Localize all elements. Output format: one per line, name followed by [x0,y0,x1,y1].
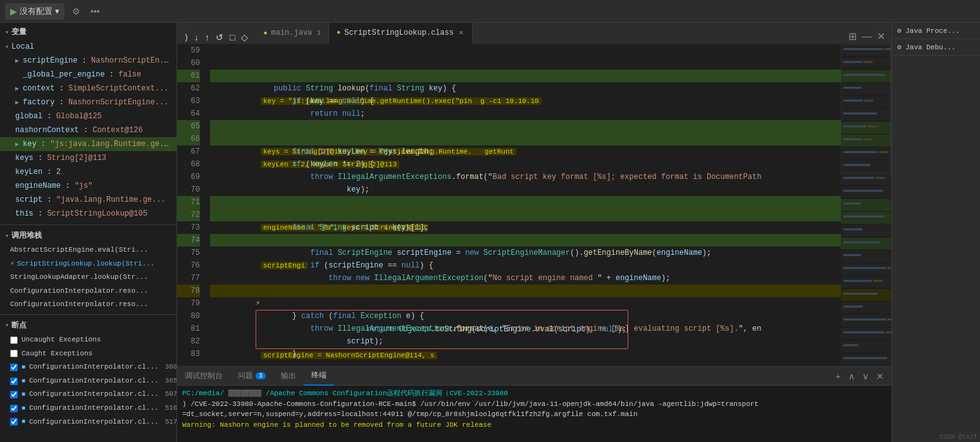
tab-main-num: 1 [317,30,321,37]
code-line-65: final String[] keys = key.split(SPLIT_ST… [210,120,841,133]
code-line-83 [210,348,841,360]
tab-main[interactable]: ● main.java 1 [256,23,329,44]
bp-config-507-checkbox[interactable] [10,391,18,398]
line-numbers: 59 60 61 62 63 64 65 66 67 68 69 70 71 7… [177,44,205,366]
local-group[interactable]: ▾ Local [0,40,177,54]
bottom-tabs: 调试控制台 问题 3 输出 终端 + ∧ ∨ ✕ [177,367,891,386]
callstack-label: 调用堆栈 [11,230,42,241]
bottom-right-icons: + ∧ ∨ ✕ [833,370,891,383]
callstack-header[interactable]: ▾ 调用堆栈 [0,228,177,243]
callstack-item-2[interactable]: StringLookupAdapter.lookup(Str... [0,271,177,285]
java-process-label: ⚙ Java Proce... [897,27,960,35]
bp-caught-checkbox[interactable] [10,350,18,357]
terminal-close-btn[interactable]: ✕ [874,370,886,383]
collapse-btn[interactable]: — [860,30,873,44]
terminal-down-btn[interactable]: ∨ [860,370,871,383]
code-line-80: throw IllegalArgumentExceptions.format(e… [210,310,841,322]
more-icon[interactable]: ••• [88,5,102,18]
variables-header[interactable]: ▾ 变量 [0,24,177,40]
code-line-62: if (key == null) { [210,82,841,95]
var-scriptEngine[interactable]: ▶ scriptEngine : NashornScriptEn... [0,54,177,68]
var-context[interactable]: ▶ context : SimpleScriptContext... [0,82,177,95]
callstack-section: ▾ 调用堆栈 AbstractScriptEngine.eval(Stri...… [0,228,177,312]
add-terminal-btn[interactable]: + [833,370,843,383]
callstack-item-1[interactable]: ⚡ScriptStringLookup.lookup(Stri... [0,257,177,271]
code-editor[interactable]: 59 60 61 62 63 64 65 66 67 68 69 70 71 7… [177,44,891,366]
tab-terminal-label: 终端 [311,370,326,381]
minimap-canvas [841,44,891,366]
variables-label: 变量 [11,27,27,37]
var-nashornContext: nashornContext : Context@126 [0,123,177,137]
code-line-67: if (keyLen != 2) { [210,145,841,158]
callstack-item-0[interactable]: AbstractScriptEngine.eval(Stri... [0,243,177,257]
bp-config-360-checkbox[interactable] [10,364,18,371]
tab-script-close[interactable]: ✕ [457,28,464,37]
code-line-74: final ScriptEngine scriptEngine = new Sc… [210,234,841,247]
code-line-59 [210,44,841,57]
var-engineName: engineName : "js" [0,179,177,193]
debug-step-into-btn[interactable]: ↓ [192,31,201,44]
bp-config-365-checkbox[interactable] [10,378,18,385]
bp-config-517: ■ ConfigurationInterpolator.cl... 517 [0,415,177,429]
java-process-item[interactable]: ⚙ Java Proce... [892,23,980,39]
tab-script-label: ScriptStringLookup.class [344,28,454,37]
breakpoints-section: ▾ 断点 Uncaught Exceptions Caught Exceptio… [0,317,177,442]
code-line-78: ⚡ return Objects.toString(scriptEngine.e… [210,285,841,297]
java-debug-label: ⚙ Java Debu... [897,44,955,51]
breakpoints-header[interactable]: ▾ 断点 [0,317,177,333]
debug-evaluate-btn[interactable]: ◇ [239,31,251,44]
var-global: global : Global@125 [0,109,177,123]
var-this: this : ScriptStringLookup@105 [0,207,177,221]
tab-debug-console[interactable]: 调试控制台 [177,367,230,386]
debug-step-over-btn[interactable]: ⟩ [182,31,190,44]
callstack-item-3[interactable]: ConfigurationInterpolator.reso... [0,285,177,298]
config-label: 没有配置 [20,6,53,17]
debug-resume-btn[interactable]: ↺ [213,31,226,44]
debug-step-out-btn[interactable]: ↑ [202,31,212,44]
tab-problems-label: 问题 [238,371,253,381]
code-line-66: final int keyLen = keys.length; keyLen =… [210,133,841,145]
run-button[interactable]: ▶ 没有配置 ▾ [5,3,65,20]
bp-config-360: ■ ConfigurationInterpolator.cl... 360 [0,360,177,374]
code-line-73: try { [210,221,841,234]
code-line-76: throw new IllegalArgumentException("No s… [210,259,841,272]
more-tabs-btn[interactable]: ✕ [876,29,886,44]
divider-2 [0,314,177,315]
code-line-60: @Override [210,57,841,70]
expand-icon: ▶ [15,141,23,148]
tab-right-icons: ⊞ — ✕ [847,29,891,44]
terminal-line-0: PC:/media/ ████████ /Apache Commons Conf… [182,388,886,399]
terminal-content[interactable]: PC:/media/ ████████ /Apache Commons Conf… [177,386,891,442]
java-debug-item[interactable]: ⚙ Java Debu... [892,39,980,56]
code-line-63: return null; [210,95,841,107]
callstack-item-4[interactable]: ConfigurationInterpolator.reso... [0,298,177,312]
divider [0,224,177,225]
bp-config-517-checkbox[interactable] [10,418,18,426]
var-keyLen: keyLen : 2 [0,165,177,179]
code-line-68: throw IllegalArgumentExceptions.format("… [210,158,841,171]
bp-config-510-checkbox[interactable] [10,405,18,412]
tab-script-dot: ● [337,29,340,36]
tab-output[interactable]: 输出 [273,367,304,386]
terminal-line-3: Warning: Nashorn engine is planned to be… [182,420,886,431]
tab-terminal[interactable]: 终端 [304,367,334,386]
bp-config-365: ■ ConfigurationInterpolator.cl... 365 [0,374,177,388]
terminal-up-btn[interactable]: ∧ [846,370,857,383]
tab-script[interactable]: ● ScriptStringLookup.class ✕ [329,23,473,44]
code-line-82: } [210,335,841,348]
debug-toolbar: ⟩ ↓ ↑ ↺ □ ◇ [177,31,256,44]
var-factory[interactable]: ▶ factory : NashornScriptEngine... [0,95,177,109]
java-tools-panel: ⚙ Java Proce... ⚙ Java Debu... [891,23,980,442]
tab-main-dot: ● [263,30,267,37]
code-line-79: } catch (final Exception e) { [210,297,841,310]
bp-uncaught-checkbox[interactable] [10,336,18,344]
run-icon: ▶ [10,6,17,16]
variables-arrow-icon: ▾ [5,28,9,36]
debug-stop-btn[interactable]: □ [227,31,237,44]
settings-icon[interactable]: ⚙ [70,5,83,18]
code-content[interactable]: @Override public String lookup(final Str… [205,44,841,366]
code-line-77: } [210,272,841,285]
split-editor-btn[interactable]: ⊞ [847,29,858,44]
tab-problems[interactable]: 问题 3 [230,367,273,386]
top-toolbar: ▶ 没有配置 ▾ ⚙ ••• [0,0,980,23]
